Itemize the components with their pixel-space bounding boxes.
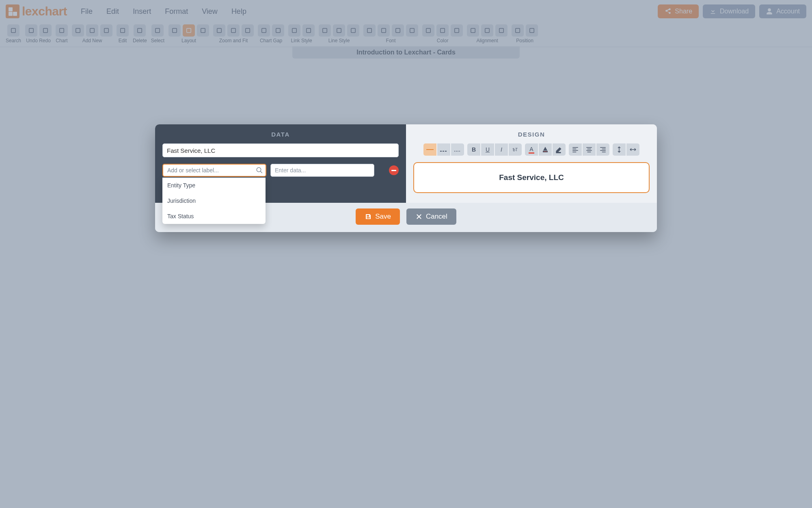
border-solid-button[interactable] [423,143,436,156]
design-toolbar: B U I ␢T A [413,143,650,156]
align-left-button[interactable] [569,143,582,156]
close-icon [415,213,423,220]
save-label: Save [375,213,391,221]
align-center-icon [585,146,593,153]
card-edit-modal: DATA Entity Type Jurisdiction Tax Status [155,124,657,232]
svg-rect-37 [543,151,548,152]
label-dropdown: Entity Type Jurisdiction Tax Status [162,178,266,224]
search-icon [256,167,263,174]
fill-color-button[interactable] [539,143,552,156]
svg-point-35 [257,167,261,172]
align-center-button[interactable] [583,143,596,156]
line-dashed-icon [440,146,447,153]
align-left-icon [572,146,579,153]
text-size-icon: ␢T [513,148,518,152]
underline-button[interactable]: U [481,143,494,156]
border-dashed-button[interactable] [437,143,450,156]
border-dotted-button[interactable] [451,143,464,156]
save-icon [365,213,372,220]
design-panel: DESIGN B U I ␢T A [406,124,657,203]
card-name-input[interactable] [162,143,399,157]
design-panel-title: DESIGN [413,131,650,138]
data-panel: DATA Entity Type Jurisdiction Tax Status [155,124,406,203]
underline-icon: U [486,146,490,153]
dropdown-item-tax-status[interactable]: Tax Status [162,208,266,224]
save-button[interactable]: Save [356,208,400,225]
svg-rect-38 [556,152,561,153]
pen-icon [555,146,563,153]
line-solid-icon [426,149,434,150]
dropdown-item-jurisdiction[interactable]: Jurisdiction [162,193,266,208]
card-preview-name: Fast Service, LLC [499,173,564,182]
card-preview: Fast Service, LLC [413,162,650,193]
remove-row-button[interactable] [389,165,399,175]
align-right-button[interactable] [596,143,609,156]
arrows-h-icon [629,146,637,153]
data-value-input[interactable] [270,164,374,177]
modal-overlay: DATA Entity Type Jurisdiction Tax Status [0,0,812,508]
data-panel-title: DATA [162,131,399,138]
cancel-button[interactable]: Cancel [406,208,456,225]
fill-icon [542,146,549,153]
bold-icon: B [472,146,476,153]
arrows-v-icon [615,146,623,153]
italic-icon: I [501,146,502,153]
align-right-icon [599,146,607,153]
position-vertical-button[interactable] [613,143,626,156]
text-size-button[interactable]: ␢T [509,143,522,156]
bold-button[interactable]: B [467,143,480,156]
svg-line-36 [260,171,262,173]
position-horizontal-button[interactable] [626,143,639,156]
text-color-button[interactable]: A [525,143,538,156]
dropdown-item-entity-type[interactable]: Entity Type [162,178,266,193]
italic-button[interactable]: I [495,143,508,156]
cancel-label: Cancel [426,213,447,221]
text-color-icon: A [529,146,534,154]
border-color-button[interactable] [553,143,566,156]
line-dotted-icon [454,146,461,153]
label-select-input[interactable] [162,164,266,177]
minus-icon [391,170,396,171]
